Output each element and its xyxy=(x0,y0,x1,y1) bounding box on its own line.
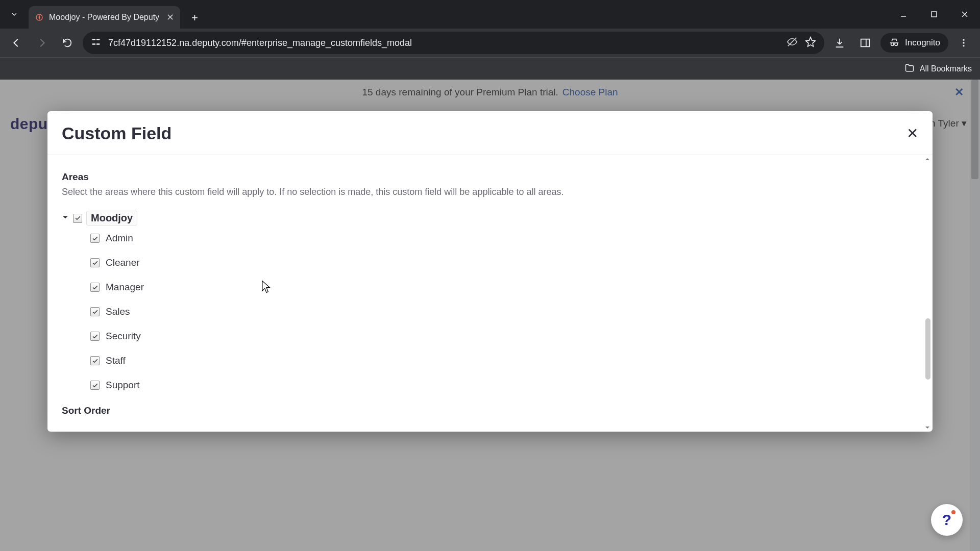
folder-icon xyxy=(904,63,915,75)
tab-search-dropdown[interactable] xyxy=(0,0,29,29)
svg-rect-5 xyxy=(92,39,96,40)
nav-reload-button[interactable] xyxy=(57,33,78,53)
modal-close-button[interactable]: ✕ xyxy=(906,125,918,142)
window-minimize-button[interactable] xyxy=(888,0,919,29)
url-text: 7cf47d19112152.na.deputy.com/#enterprise… xyxy=(108,38,779,48)
tab-title: Moodjoy - Powered By Deputy xyxy=(49,13,159,22)
modal-body: Areas Select the areas where this custom… xyxy=(47,155,933,432)
tree-collapse-icon[interactable] xyxy=(62,214,69,223)
help-icon: ? xyxy=(942,511,951,529)
svg-rect-10 xyxy=(861,39,870,47)
side-panel-icon[interactable] xyxy=(855,33,875,53)
svg-rect-8 xyxy=(96,43,100,45)
modal-title: Custom Field xyxy=(62,123,172,143)
root-area-label[interactable]: Moodjoy xyxy=(86,211,137,226)
site-settings-icon[interactable] xyxy=(91,37,101,49)
area-label[interactable]: Cleaner xyxy=(106,257,140,268)
svg-point-13 xyxy=(963,42,964,43)
modal-scroll-thumb[interactable] xyxy=(925,318,930,380)
incognito-indicator[interactable]: Incognito xyxy=(880,33,948,53)
svg-rect-6 xyxy=(96,39,100,40)
area-checkbox[interactable] xyxy=(90,332,100,341)
modal-header: Custom Field ✕ xyxy=(47,111,933,155)
url-field[interactable]: 7cf47d19112152.na.deputy.com/#enterprise… xyxy=(83,32,824,54)
area-tree-children: Admin Cleaner Manager Sales Security xyxy=(90,233,918,391)
address-bar: 7cf47d19112152.na.deputy.com/#enterprise… xyxy=(0,29,980,57)
area-checkbox[interactable] xyxy=(90,283,100,292)
page-area: 15 days remaining of your Premium Plan t… xyxy=(0,80,980,551)
help-notification-dot xyxy=(951,510,955,514)
area-item-sales: Sales xyxy=(90,306,918,317)
area-checkbox[interactable] xyxy=(90,356,100,365)
area-item-admin: Admin xyxy=(90,233,918,244)
area-checkbox[interactable] xyxy=(90,234,100,243)
downloads-icon[interactable] xyxy=(829,33,850,53)
all-bookmarks-link[interactable]: All Bookmarks xyxy=(920,64,972,73)
browser-tab-active[interactable]: Moodjoy - Powered By Deputy ✕ xyxy=(29,6,180,29)
browser-tab-strip: Moodjoy - Powered By Deputy ✕ + xyxy=(0,0,980,29)
new-tab-button[interactable]: + xyxy=(183,11,206,29)
tab-close-icon[interactable]: ✕ xyxy=(166,12,174,23)
sort-order-title: Sort Order xyxy=(62,405,918,416)
areas-section-description: Select the areas where this custom field… xyxy=(62,187,918,197)
area-label[interactable]: Manager xyxy=(106,282,144,293)
tab-favicon-icon xyxy=(35,13,44,22)
area-label[interactable]: Staff xyxy=(106,355,126,366)
mouse-cursor-icon xyxy=(261,280,272,295)
window-close-button[interactable] xyxy=(949,0,980,29)
area-label[interactable]: Sales xyxy=(106,306,130,317)
window-maximize-button[interactable] xyxy=(919,0,949,29)
svg-point-14 xyxy=(963,45,964,46)
svg-rect-7 xyxy=(92,43,96,45)
scroll-up-icon[interactable] xyxy=(923,155,932,163)
area-checkbox[interactable] xyxy=(90,258,100,267)
incognito-label: Incognito xyxy=(905,38,940,48)
scroll-down-icon[interactable] xyxy=(923,423,932,432)
custom-field-modal: Custom Field ✕ Areas Select the areas wh… xyxy=(47,111,933,432)
root-checkbox[interactable] xyxy=(73,214,82,223)
nav-back-button[interactable] xyxy=(6,33,27,53)
area-checkbox[interactable] xyxy=(90,307,100,316)
bookmark-star-icon[interactable] xyxy=(805,36,816,50)
area-label[interactable]: Security xyxy=(106,331,141,342)
area-label[interactable]: Admin xyxy=(106,233,133,244)
browser-menu-icon[interactable] xyxy=(953,33,974,53)
svg-rect-2 xyxy=(932,12,937,17)
area-label[interactable]: Support xyxy=(106,380,140,391)
areas-section-title: Areas xyxy=(62,171,918,183)
window-controls xyxy=(888,0,980,29)
area-checkbox[interactable] xyxy=(90,381,100,390)
area-item-security: Security xyxy=(90,331,918,342)
nav-forward-button[interactable] xyxy=(32,33,52,53)
svg-point-12 xyxy=(963,39,964,41)
incognito-icon xyxy=(889,37,900,48)
modal-scrollbar[interactable] xyxy=(923,155,932,432)
bookmarks-bar: All Bookmarks xyxy=(0,57,980,80)
area-item-staff: Staff xyxy=(90,355,918,366)
eye-off-icon[interactable] xyxy=(787,36,798,50)
area-tree-root: Moodjoy xyxy=(62,211,918,226)
area-item-support: Support xyxy=(90,380,918,391)
help-fab-button[interactable]: ? xyxy=(931,504,963,536)
area-item-cleaner: Cleaner xyxy=(90,257,918,268)
area-item-manager: Manager xyxy=(90,282,918,293)
